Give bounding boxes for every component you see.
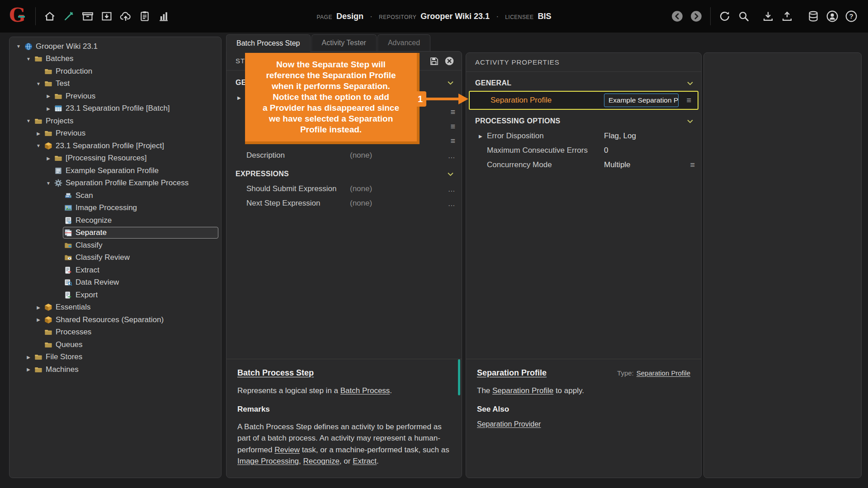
tree-item-processes[interactable]: Processes — [9, 326, 221, 339]
tree-item-grooper-wiki-23-1[interactable]: ▼Grooper Wiki 23.1 — [9, 40, 221, 53]
tree-item-data-review[interactable]: Data Review — [9, 277, 221, 289]
forward-button[interactable] — [688, 8, 705, 25]
chevron-down-icon[interactable] — [448, 172, 453, 176]
tree-expander-icon[interactable]: ▼ — [44, 181, 53, 186]
tab-batch-process-step[interactable]: Batch Process Step — [226, 34, 311, 52]
help-body: The Separation Profile to apply. — [477, 385, 690, 397]
menu-icon[interactable]: ≡ — [445, 122, 455, 131]
tree-item-test[interactable]: ▼Test — [9, 78, 221, 90]
see-also-link[interactable]: Separation Provider — [477, 420, 690, 428]
tree-expander-icon[interactable]: ▶ — [34, 317, 43, 322]
tree-item-previous[interactable]: ▶Previous — [9, 127, 221, 140]
tree-item-export[interactable]: Export — [9, 289, 221, 301]
tab-activity-tester[interactable]: Activity Tester — [311, 34, 377, 51]
tree-item-separation-profile-example-process[interactable]: ▼Separation Profile Example Process — [9, 177, 221, 190]
home-button[interactable] — [41, 8, 58, 25]
tree-item-queues[interactable]: Queues — [9, 338, 221, 351]
tree-item-batches[interactable]: ▼Batches — [9, 53, 221, 66]
back-button[interactable] — [669, 8, 686, 25]
help-link[interactable]: Extract — [353, 457, 377, 465]
tree-item-previous[interactable]: ▶Previous — [9, 90, 221, 103]
search-button[interactable] — [735, 8, 752, 25]
property-row-separation-profile[interactable]: Separation ProfileExample Separation Pro… — [469, 91, 698, 110]
tree-expander-icon[interactable]: ▶ — [34, 131, 43, 136]
menu-icon[interactable]: ≡ — [685, 160, 695, 170]
tree-expander-icon[interactable]: ▶ — [24, 367, 33, 372]
tree-item-projects[interactable]: ▼Projects — [9, 115, 221, 127]
scrollbar-thumb[interactable] — [458, 359, 460, 395]
help-link[interactable]: Image Processing — [237, 457, 299, 465]
tasks-clipboard-button[interactable] — [136, 8, 153, 25]
chevron-down-icon[interactable] — [687, 119, 693, 123]
archive-box-button[interactable] — [79, 8, 96, 25]
tree-item-classify-review[interactable]: Classify Review — [9, 252, 221, 264]
help-button[interactable]: ? — [843, 8, 860, 25]
help-link[interactable]: Batch Process — [340, 386, 390, 395]
tree-item-classify[interactable]: Classify — [9, 239, 221, 252]
tree-item-shared-resources-separation[interactable]: ▶Shared Resources (Separation) — [9, 314, 221, 326]
download-button[interactable] — [760, 8, 777, 25]
tree-expander-icon[interactable]: ▼ — [14, 44, 23, 49]
tree-expander-icon[interactable]: ▼ — [24, 56, 33, 61]
upload-button[interactable] — [778, 8, 796, 25]
chevron-down-icon[interactable] — [687, 81, 693, 85]
menu-icon[interactable]: ≡ — [445, 136, 455, 146]
help-link[interactable]: Review — [274, 446, 300, 454]
tree-expander-icon[interactable]: ▶ — [44, 106, 53, 111]
tree-item-recognize[interactable]: Recognize — [9, 214, 221, 227]
help-title-link[interactable]: Separation Profile — [477, 368, 547, 378]
tree-item-23-1-separation-profile-project[interactable]: ▼23.1 Separation Profile [Project] — [9, 140, 221, 152]
design-tools-button[interactable] — [60, 8, 77, 25]
tree-item-23-1-separation-profile-batch[interactable]: ▶23.1 Separation Profile [Batch] — [9, 103, 221, 115]
upload-cloud-button[interactable] — [117, 8, 134, 25]
save-button[interactable] — [427, 54, 441, 68]
section-processing-options[interactable]: PROCESSING OPTIONS — [466, 113, 701, 129]
tree-item-example-separation-profile[interactable]: Example Separation Profile — [9, 164, 221, 177]
tree-item-separate[interactable]: Separate — [9, 227, 221, 239]
type-value-link[interactable]: Separation Profile — [637, 369, 690, 377]
tree-item-scan[interactable]: Scan — [9, 189, 221, 202]
tab-advanced[interactable]: Advanced — [377, 34, 430, 51]
tree-item-image-processing[interactable]: Image Processing — [9, 202, 221, 215]
value-chip[interactable]: Example Separation Profile — [604, 94, 679, 107]
ellipsis-button[interactable]: ... — [445, 152, 455, 160]
property-row-description[interactable]: Description(none)... — [226, 148, 462, 163]
help-title-link[interactable]: Batch Process Step — [237, 368, 314, 378]
help-link[interactable]: Recognize — [303, 457, 340, 465]
tree-expander-icon[interactable]: ▼ — [34, 143, 43, 148]
ellipsis-button[interactable]: ... — [445, 200, 455, 207]
tree-expander-icon[interactable]: ▶ — [34, 305, 43, 310]
tree-item-extract[interactable]: Extract — [9, 264, 221, 277]
expand-arrow-icon[interactable]: ▶ — [237, 95, 241, 100]
tree-expander-icon[interactable]: ▶ — [44, 156, 53, 161]
tree-expander-icon[interactable]: ▼ — [34, 81, 43, 86]
tree-item-production[interactable]: Production — [9, 65, 221, 78]
tree-item-processing-resources[interactable]: ▶[Processing Resources] — [9, 152, 221, 165]
database-button[interactable] — [805, 8, 822, 25]
user-button[interactable] — [824, 8, 841, 25]
section-general[interactable]: GENERAL — [466, 75, 701, 91]
tree-item-essentials[interactable]: ▶Essentials — [9, 301, 221, 314]
property-row-concurrency-mode[interactable]: Concurrency ModeMultiple≡ — [466, 158, 701, 172]
tree-item-file-stores[interactable]: ▶File Stores — [9, 351, 221, 364]
property-row-should-submit-expression[interactable]: Should Submit Expression(none)... — [226, 182, 462, 196]
inbox-button[interactable] — [98, 8, 115, 25]
close-button[interactable] — [443, 54, 456, 68]
tree-expander-icon[interactable]: ▶ — [44, 94, 53, 99]
menu-icon[interactable]: ≡ — [681, 96, 691, 105]
section-expressions[interactable]: EXPRESSIONS — [226, 166, 462, 182]
refresh-button[interactable] — [716, 8, 733, 25]
menu-icon[interactable]: ≡ — [445, 108, 455, 117]
stats-chart-button[interactable] — [155, 8, 172, 25]
ellipsis-button[interactable]: ... — [445, 185, 455, 193]
chevron-down-icon[interactable] — [448, 81, 453, 85]
expand-arrow-icon[interactable]: ▶ — [479, 134, 482, 139]
property-row-error-disposition[interactable]: ▶Error DispositionFlag, Log — [466, 129, 701, 143]
grooper-logo[interactable]: G — [9, 6, 25, 25]
property-row-next-step-expression[interactable]: Next Step Expression(none)... — [226, 196, 462, 211]
property-row-maximum-consecutive-errors[interactable]: Maximum Consecutive Errors0 — [466, 143, 701, 158]
tree-expander-icon[interactable]: ▼ — [24, 118, 33, 123]
help-link[interactable]: Separation Profile — [492, 386, 553, 395]
tree-expander-icon[interactable]: ▶ — [24, 355, 33, 360]
tree-item-machines[interactable]: ▶Machines — [9, 363, 221, 376]
